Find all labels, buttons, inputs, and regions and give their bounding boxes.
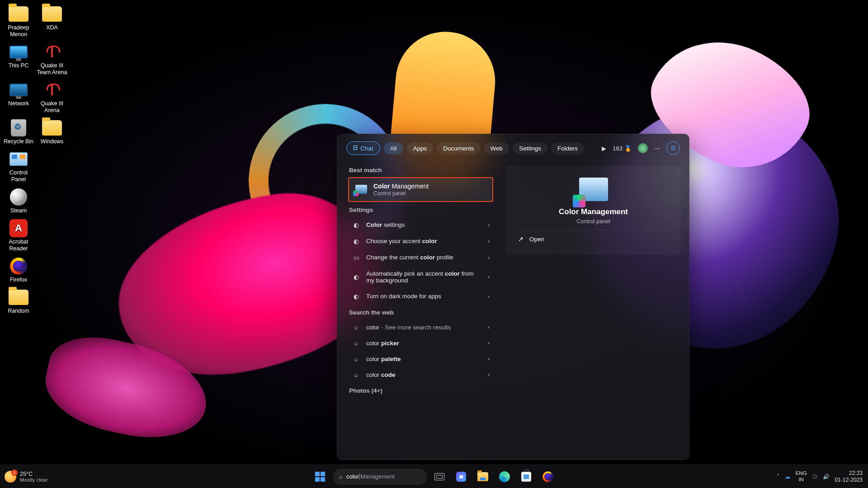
settings-row-color-profile[interactable]: ▭ Change the current color profile › bbox=[348, 249, 493, 266]
firefox-icon bbox=[542, 471, 553, 482]
web-row-color-picker[interactable]: ⌕ color picker › bbox=[348, 335, 493, 351]
desktop-icon-random[interactable]: Random bbox=[2, 287, 35, 318]
desktop-icon-firefox[interactable]: Firefox bbox=[2, 256, 35, 287]
row-label: color palette bbox=[366, 356, 482, 362]
bing-chat-icon: ᗷ bbox=[353, 145, 358, 152]
icon-label: XDA bbox=[46, 24, 58, 31]
edge-button[interactable] bbox=[495, 468, 514, 486]
search-icon: ⌕ bbox=[352, 340, 361, 347]
firefox-icon bbox=[10, 258, 27, 275]
taskbar: 25°C Mostly clear ⌕ colorManagement ▣ ˄ … bbox=[0, 465, 868, 488]
desktop-icon-xda[interactable]: XDA bbox=[35, 4, 69, 42]
desktop-icon-acrobat[interactable]: AAcrobat Reader bbox=[2, 218, 35, 256]
section-best-match: Best match bbox=[349, 167, 493, 174]
search-results-list: Best match Color Management Control pane… bbox=[337, 160, 498, 460]
folder-icon bbox=[9, 290, 28, 305]
web-row-color-code[interactable]: ⌕ color code › bbox=[348, 367, 493, 383]
search-preview-pane: Color Management Control panel ↗ Open bbox=[498, 160, 689, 460]
row-label: color - See more search results bbox=[366, 324, 482, 331]
section-settings: Settings bbox=[349, 206, 493, 213]
weather-desc: Mostly clear bbox=[20, 477, 47, 483]
volume-icon[interactable]: 🔊 bbox=[823, 474, 830, 480]
more-tabs-icon[interactable]: ▶ bbox=[602, 145, 606, 152]
chevron-right-icon: › bbox=[488, 222, 490, 228]
settings-row-accent-color[interactable]: ◐ Choose your accent color › bbox=[348, 233, 493, 249]
quake-icon bbox=[44, 44, 60, 60]
chevron-right-icon: › bbox=[488, 340, 490, 346]
web-row-color-palette[interactable]: ⌕ color palette › bbox=[348, 351, 493, 367]
section-photos[interactable]: Photos (4+) bbox=[349, 387, 493, 394]
edge-icon bbox=[499, 471, 510, 482]
desktop-icon-pradeep[interactable]: Pradeep Menon bbox=[2, 4, 35, 42]
quake-icon bbox=[44, 82, 60, 98]
task-view-icon bbox=[434, 473, 444, 480]
firefox-button[interactable] bbox=[539, 468, 557, 486]
icon-label: Recycle Bin bbox=[4, 138, 33, 145]
settings-row-auto-accent[interactable]: ◐ Automatically pick an accent color fro… bbox=[348, 266, 493, 288]
bing-icon: ᗷ bbox=[671, 145, 675, 152]
tab-folders[interactable]: Folders bbox=[551, 142, 584, 155]
start-search-panel: ᗷChat All Apps Documents Web Settings Fo… bbox=[337, 134, 689, 460]
clock-date: 01-12-2023 bbox=[835, 477, 863, 483]
wifi-icon[interactable]: ⚆ bbox=[812, 474, 817, 480]
file-explorer-button[interactable] bbox=[474, 468, 492, 486]
preview-title: Color Management bbox=[515, 207, 672, 216]
chat-button[interactable]: ▣ bbox=[452, 468, 470, 486]
desktop-icon-thispc[interactable]: This PC bbox=[2, 42, 35, 80]
desktop-icons: Pradeep Menon XDA This PC Quake III Team… bbox=[2, 4, 70, 410]
tab-all[interactable]: All bbox=[384, 142, 403, 155]
icon-label: Control Panel bbox=[9, 169, 28, 183]
icon-label: Random bbox=[8, 308, 29, 314]
tab-web[interactable]: Web bbox=[484, 142, 509, 155]
taskbar-search[interactable]: ⌕ colorManagement bbox=[333, 469, 427, 485]
tray-overflow-icon[interactable]: ˄ bbox=[777, 474, 779, 480]
row-label: color picker bbox=[366, 340, 482, 347]
desktop-icon-steam[interactable]: Steam bbox=[2, 187, 35, 218]
desktop-icon-controlpanel[interactable]: Control Panel bbox=[2, 149, 35, 187]
settings-row-color-settings[interactable]: ◐ Color settings › bbox=[348, 217, 493, 233]
tab-apps[interactable]: Apps bbox=[407, 142, 434, 155]
web-row-color[interactable]: ⌕ color - See more search results › bbox=[348, 319, 493, 335]
settings-row-dark-mode[interactable]: ◐ Turn on dark mode for apps › bbox=[348, 288, 493, 305]
search-text: colorManagement bbox=[346, 473, 395, 480]
chevron-right-icon: › bbox=[488, 356, 490, 362]
best-match-color-management[interactable]: Color Management Control panel bbox=[348, 177, 493, 202]
preview-open-action[interactable]: ↗ Open bbox=[515, 230, 672, 248]
best-match-subtitle: Control panel bbox=[373, 190, 429, 197]
search-icon: ⌕ bbox=[352, 324, 361, 331]
user-avatar[interactable] bbox=[638, 143, 648, 153]
desktop-icon-recycle[interactable]: Recycle Bin bbox=[2, 117, 35, 149]
desktop-icon-network[interactable]: Network bbox=[2, 80, 35, 117]
color-management-icon bbox=[579, 178, 608, 201]
clock[interactable]: 22:2301-12-2023 bbox=[835, 470, 863, 483]
windows-logo-icon bbox=[315, 472, 325, 482]
row-label: Turn on dark mode for apps bbox=[366, 293, 482, 300]
tab-documents[interactable]: Documents bbox=[437, 142, 480, 155]
best-match-title: Color Management bbox=[373, 183, 429, 190]
personalization-icon: ◐ bbox=[352, 221, 361, 229]
desktop-icon-quake3a[interactable]: Quake III Arena bbox=[35, 80, 69, 117]
rewards-points[interactable]: 163🏅 bbox=[613, 145, 632, 152]
search-icon: ⌕ bbox=[352, 356, 361, 362]
language-indicator[interactable]: ENGIN bbox=[796, 470, 807, 482]
preview-card: Color Management Control panel ↗ Open bbox=[506, 166, 681, 255]
desktop-icon-windows[interactable]: Windows bbox=[35, 117, 69, 149]
ellipsis-icon[interactable]: ⋯ bbox=[654, 145, 660, 152]
desktop-icon-quake3ta[interactable]: Quake III Team Arena bbox=[35, 42, 69, 80]
tab-settings[interactable]: Settings bbox=[513, 142, 547, 155]
open-label: Open bbox=[529, 236, 544, 243]
onedrive-icon[interactable]: ☁ bbox=[785, 474, 790, 480]
points-value: 163 bbox=[613, 145, 623, 152]
start-button[interactable] bbox=[311, 468, 329, 486]
personalization-icon: ◐ bbox=[352, 293, 361, 300]
clock-time: 22:23 bbox=[835, 470, 863, 476]
weather-widget[interactable]: 25°C Mostly clear bbox=[0, 471, 47, 483]
bing-button[interactable]: ᗷ bbox=[666, 141, 680, 155]
lang-top: ENG bbox=[796, 470, 807, 476]
tab-chat[interactable]: ᗷChat bbox=[346, 141, 380, 155]
open-icon: ↗ bbox=[517, 235, 525, 243]
folder-icon bbox=[42, 120, 62, 136]
store-button[interactable] bbox=[517, 468, 535, 486]
task-view-button[interactable] bbox=[430, 468, 448, 486]
file-explorer-icon bbox=[477, 472, 488, 481]
